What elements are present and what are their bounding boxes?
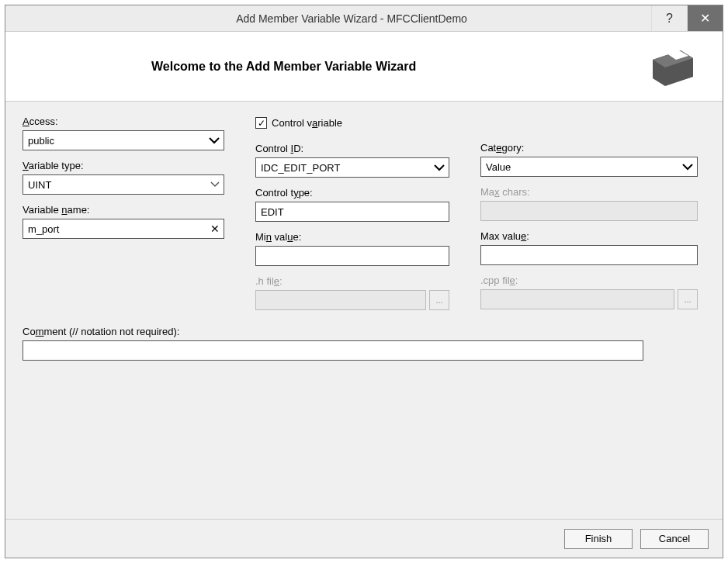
comment-label: Comment (// notation not required): — [23, 326, 705, 337]
check-icon: ✓ — [258, 119, 265, 128]
close-icon: ✕ — [700, 11, 710, 26]
cpp-file-browse-button: ... — [678, 289, 698, 309]
access-label: Access: — [23, 116, 224, 127]
variable-type-select[interactable]: UINT — [23, 174, 224, 195]
max-chars-label: Max chars: — [480, 186, 698, 198]
control-id-label: Control ID: — [255, 143, 449, 154]
control-type-label: Control type: — [255, 187, 449, 199]
finish-button[interactable]: Finish — [564, 529, 633, 549]
control-variable-checkbox[interactable]: ✓ — [255, 117, 267, 129]
cpp-file-label: .cpp file: — [480, 275, 698, 286]
variable-name-label: Variable name: — [23, 204, 224, 216]
access-select[interactable]: public — [23, 130, 224, 150]
control-type-input[interactable] — [255, 202, 449, 222]
control-variable-label: Control variable — [272, 117, 342, 129]
titlebar: Add Member Variable Wizard - MFCClientDe… — [5, 5, 723, 32]
category-select[interactable]: Value — [480, 157, 698, 177]
column-right: Category: Value Max chars: Max — [480, 116, 698, 319]
clear-icon[interactable]: ✕ — [210, 223, 220, 235]
column-left: Access: public Variable type: U — [23, 116, 224, 319]
window-title: Add Member Variable Wizard - MFCClientDe… — [5, 12, 651, 25]
comment-input[interactable] — [23, 340, 643, 361]
control-id-select[interactable]: IDC_EDIT_PORT — [255, 157, 449, 178]
banner-title: Welcome to the Add Member Variable Wizar… — [151, 60, 416, 74]
banner: Welcome to the Add Member Variable Wizar… — [5, 32, 723, 102]
max-value-input[interactable] — [480, 245, 698, 265]
close-button[interactable]: ✕ — [687, 5, 723, 31]
column-middle: ✓ Control variable Control ID: IDC_EDIT_… — [255, 116, 449, 319]
wizard-window: Add Member Variable Wizard - MFCClientDe… — [5, 5, 723, 558]
max-value-label: Max value: — [480, 230, 698, 242]
content-area: Access: public Variable type: U — [5, 102, 723, 519]
min-value-label: Min value: — [255, 231, 449, 243]
category-label: Category: — [480, 142, 698, 154]
help-icon: ? — [666, 12, 673, 26]
max-chars-input — [480, 201, 698, 221]
box-icon — [645, 46, 701, 88]
h-file-label: .h file: — [255, 275, 449, 287]
h-file-input — [255, 290, 426, 310]
cpp-file-input — [480, 289, 674, 309]
min-value-input[interactable] — [255, 246, 449, 266]
variable-type-label: Variable type: — [23, 160, 224, 171]
h-file-browse-button: ... — [429, 290, 449, 310]
titlebar-buttons: ? ✕ — [651, 5, 723, 31]
footer: Finish Cancel — [5, 519, 723, 558]
variable-name-input[interactable] — [23, 219, 224, 239]
help-button[interactable]: ? — [651, 5, 687, 31]
cancel-button[interactable]: Cancel — [640, 529, 709, 549]
